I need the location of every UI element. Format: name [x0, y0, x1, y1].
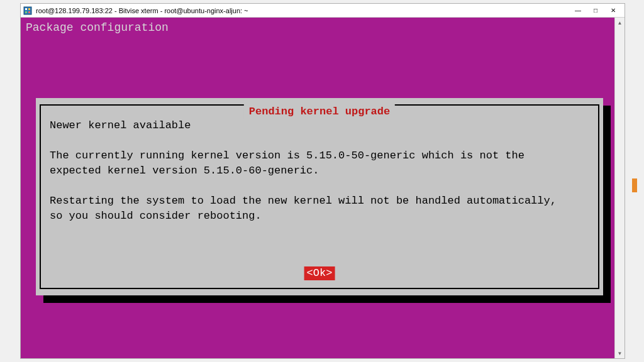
scroll-down-icon[interactable]: ▼: [615, 348, 625, 358]
svg-rect-0: [24, 7, 31, 14]
dialog-title: Pending kernel upgrade: [244, 104, 395, 119]
svg-rect-1: [25, 8, 27, 10]
ok-button[interactable]: <Ok>: [304, 266, 335, 280]
svg-rect-2: [28, 8, 30, 10]
dialog-line2: expected kernel version 5.15.0-60-generi…: [50, 165, 319, 177]
terminal-window: root@128.199.79.183:22 - Bitvise xterm -…: [20, 3, 625, 359]
minimize-button[interactable]: —: [569, 4, 587, 17]
kernel-upgrade-dialog: Pending kernel upgrade Newer kernel avai…: [36, 98, 603, 295]
window-titlebar[interactable]: root@128.199.79.183:22 - Bitvise xterm -…: [21, 4, 625, 18]
svg-rect-3: [25, 11, 27, 13]
window-controls: — □ ✕: [569, 4, 622, 17]
maximize-button[interactable]: □: [587, 4, 604, 17]
close-button[interactable]: ✕: [604, 4, 622, 17]
dialog-body: Newer kernel available The currently run…: [50, 118, 589, 224]
app-icon: [23, 6, 32, 15]
scroll-up-icon[interactable]: ▲: [615, 18, 625, 28]
vertical-scrollbar[interactable]: ▲ ▼: [614, 18, 625, 358]
window-title: root@128.199.79.183:22 - Bitvise xterm -…: [36, 7, 569, 14]
page-edge-accent: [632, 178, 637, 192]
dialog-line1: The currently running kernel version is …: [50, 150, 525, 162]
dialog-line4: so you should consider rebooting.: [50, 210, 262, 222]
svg-rect-4: [28, 11, 30, 13]
terminal-viewport[interactable]: ▲ ▼ Package configuration Pending kernel…: [21, 18, 625, 358]
dialog-line3: Restarting the system to load the new ke…: [50, 195, 557, 207]
dialog-subtitle: Newer kernel available: [50, 119, 191, 131]
package-configuration-header: Package configuration: [26, 21, 169, 34]
